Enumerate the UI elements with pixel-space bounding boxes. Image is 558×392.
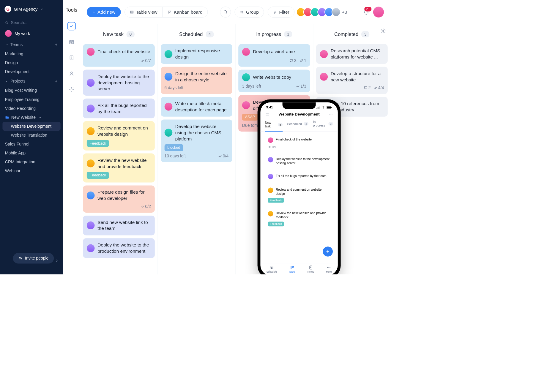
table-icon bbox=[130, 10, 134, 14]
projects-section[interactable]: Projects bbox=[0, 76, 63, 86]
sidebar-item[interactable]: Video Recording bbox=[0, 104, 63, 113]
column-new-task: New task8 Final check of the website0/7D… bbox=[80, 24, 158, 274]
task-card[interactable]: Develop the website using the chosen CMS… bbox=[161, 120, 232, 162]
members[interactable]: +3 bbox=[298, 7, 347, 17]
rail-people[interactable] bbox=[67, 69, 75, 78]
phone-tab[interactable]: New task8 bbox=[265, 120, 283, 132]
task-card[interactable]: Review the new website and provide feedb… bbox=[265, 208, 333, 229]
card-title: Send new website link to the team bbox=[97, 219, 151, 232]
invite-button[interactable]: Invite people bbox=[13, 253, 54, 264]
card-title: Review the new website and provide feedb… bbox=[97, 157, 151, 170]
task-card[interactable]: Prepare design files for web developer0/… bbox=[83, 186, 155, 213]
task-card[interactable]: Review and comment on website designFeed… bbox=[83, 121, 155, 150]
sidebar-item[interactable]: CRM Integration bbox=[0, 158, 63, 167]
menu-icon[interactable] bbox=[265, 112, 269, 116]
user-avatar[interactable] bbox=[373, 7, 384, 17]
group-button[interactable]: Group bbox=[235, 7, 264, 17]
sidebar-item[interactable]: Website Translation bbox=[0, 131, 63, 140]
card-title: Final check of the website bbox=[97, 49, 150, 55]
phone-tab[interactable]: Scheduled4 bbox=[287, 120, 308, 129]
phone-tab[interactable]: In progress3 bbox=[313, 120, 333, 129]
card-tag: blocked bbox=[164, 144, 183, 151]
svg-rect-8 bbox=[168, 11, 169, 13]
filter-icon bbox=[273, 10, 277, 14]
card-attachments: 1 bbox=[300, 58, 306, 63]
avatar bbox=[268, 174, 273, 179]
task-card[interactable]: Final check of the website0/7 bbox=[83, 44, 155, 67]
my-work[interactable]: My work bbox=[0, 27, 63, 40]
card-title: Review and comment on website design bbox=[97, 125, 151, 137]
svg-point-35 bbox=[330, 267, 330, 268]
rail-notes[interactable] bbox=[67, 54, 75, 62]
task-card[interactable]: Review the new website and provide feedb… bbox=[83, 153, 155, 182]
collapse-button[interactable] bbox=[55, 259, 59, 263]
phone-add-button[interactable] bbox=[323, 246, 333, 257]
task-card[interactable]: Send new website link to the team bbox=[83, 216, 155, 235]
task-card[interactable]: Develop a structure for a new website24/… bbox=[316, 67, 388, 94]
sidebar-item[interactable]: Mobile App bbox=[0, 149, 63, 158]
sidebar-item-design[interactable]: Design bbox=[0, 59, 63, 67]
card-title: Write meta title & meta description for … bbox=[175, 101, 229, 113]
table-view-button[interactable]: Table view bbox=[125, 7, 163, 17]
task-card[interactable]: Fix all the bugs reported by the team bbox=[265, 171, 333, 182]
sidebar-item[interactable]: Webinar bbox=[0, 167, 63, 176]
sidebar-item[interactable]: Employee Training bbox=[0, 95, 63, 104]
task-card[interactable]: Write meta title & meta description for … bbox=[161, 97, 232, 117]
phone-nav-notes[interactable]: Notes bbox=[308, 265, 314, 273]
kanban-icon bbox=[168, 10, 172, 14]
sidebar-item-marketing[interactable]: Marketing bbox=[0, 50, 63, 59]
phone-nav-tasks[interactable]: Tasks bbox=[289, 265, 295, 273]
avatar bbox=[242, 48, 250, 56]
task-card[interactable]: Deploy the website to the development ho… bbox=[83, 70, 155, 96]
rail-calendar[interactable]: 31 bbox=[67, 38, 75, 46]
svg-rect-17 bbox=[316, 108, 317, 109]
chevron-down-icon bbox=[39, 116, 42, 119]
phone-nav-more[interactable]: More bbox=[326, 265, 332, 273]
agency-name[interactable]: GIM Agency bbox=[14, 7, 37, 12]
kanban-view-button[interactable]: Kanban board bbox=[163, 7, 207, 17]
task-card[interactable]: Research potential CMS platforms for web… bbox=[316, 44, 388, 64]
task-card[interactable]: Write website copy3 days left1/3 bbox=[238, 70, 310, 92]
board-settings[interactable] bbox=[381, 28, 386, 34]
sidebar-item[interactable]: Sales Funnel bbox=[0, 140, 63, 148]
gear-icon bbox=[381, 28, 386, 34]
add-button[interactable]: Add new bbox=[87, 7, 121, 17]
teams-section[interactable]: Teams bbox=[0, 40, 63, 50]
avatar bbox=[87, 105, 95, 113]
rail-settings[interactable] bbox=[67, 85, 75, 94]
svg-point-6 bbox=[71, 89, 72, 90]
more-members[interactable]: +3 bbox=[342, 10, 347, 15]
sidebar-folder[interactable]: New Website bbox=[0, 113, 63, 122]
task-card[interactable]: Deploy the website to the development ho… bbox=[265, 154, 333, 168]
notifications-button[interactable]: 21 bbox=[363, 9, 369, 15]
plus-icon[interactable] bbox=[54, 79, 58, 83]
plus-icon[interactable] bbox=[54, 43, 58, 47]
search-button[interactable] bbox=[220, 7, 231, 17]
rail-tasks[interactable] bbox=[67, 22, 75, 30]
task-card[interactable]: Fix all the bugs reported by the team bbox=[83, 99, 155, 118]
task-card[interactable]: Final check of the website0/7 bbox=[265, 135, 333, 151]
svg-point-14 bbox=[241, 12, 241, 13]
search-icon bbox=[223, 10, 228, 14]
svg-rect-29 bbox=[291, 266, 291, 269]
chevron-down-icon[interactable] bbox=[40, 7, 44, 11]
card-tag: Feedback bbox=[87, 140, 109, 147]
search-input[interactable]: Search... bbox=[0, 17, 63, 27]
sidebar-item-active[interactable]: Website Development bbox=[2, 122, 60, 131]
task-card[interactable]: Implement responsive design bbox=[161, 44, 232, 64]
more-icon[interactable] bbox=[329, 112, 333, 116]
main: Add new Table view Kanban board Group bbox=[80, 0, 391, 274]
task-card[interactable]: Design the entire website in a chosen st… bbox=[161, 67, 232, 94]
svg-point-5 bbox=[70, 72, 72, 74]
card-title: Review the new website and provide feedb… bbox=[276, 211, 330, 219]
sidebar-item-development[interactable]: Development bbox=[0, 67, 63, 76]
task-card[interactable]: Develop a wireframe31 bbox=[238, 44, 310, 67]
card-progress: 0/7 bbox=[141, 58, 151, 63]
notification-count: 21 bbox=[365, 7, 372, 11]
task-card[interactable]: Deploy the website to the production env… bbox=[83, 238, 155, 258]
task-card[interactable]: Review and comment on website designFeed… bbox=[265, 184, 333, 206]
filter-button[interactable]: Filter bbox=[268, 7, 294, 17]
plus-icon bbox=[326, 249, 330, 254]
sidebar-item[interactable]: Blog Post Writing bbox=[0, 86, 63, 95]
phone-nav-schedule[interactable]: 13Schedule bbox=[267, 265, 277, 273]
